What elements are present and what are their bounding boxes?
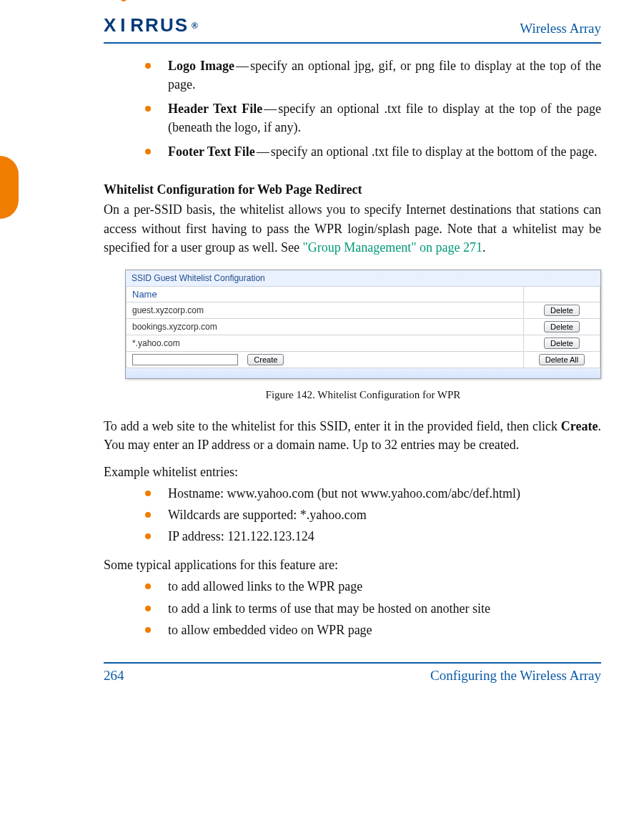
brand-logo: X I RRUS ®: [104, 14, 198, 36]
column-header-actions: [524, 286, 600, 302]
logo-dot-icon: I: [120, 14, 127, 36]
app-text: to add allowed links to the WPR page: [168, 579, 362, 593]
delete-button[interactable]: Delete: [544, 337, 580, 349]
whitelist-config-screenshot: SSID Guest Whitelist Configuration Name …: [125, 270, 601, 379]
column-header-name: Name: [127, 286, 524, 302]
document-title: Wireless Array: [520, 21, 601, 36]
option-desc: specify an optional .txt file to display…: [271, 144, 598, 159]
list-item: to add a link to terms of use that may b…: [104, 599, 601, 621]
section-heading: Whitelist Configuration for Web Page Red…: [104, 182, 601, 197]
logo-letter: X: [104, 14, 117, 36]
list-item: Header Text File—specify an optional .tx…: [104, 99, 601, 142]
table-row: bookings.xyzcorp.com Delete: [127, 318, 600, 335]
list-item: to add allowed links to the WPR page: [104, 577, 601, 598]
footer-section-title: Configuring the Wireless Array: [430, 668, 601, 684]
separator: —: [262, 99, 278, 118]
separator: —: [234, 56, 250, 75]
delete-button[interactable]: Delete: [544, 321, 580, 332]
figure-caption: Figure 142. Whitelist Configuration for …: [125, 389, 601, 401]
registered-mark: ®: [192, 21, 198, 31]
page-number: 264: [104, 668, 124, 684]
example-text: Hostname: www.yahoo.com (but not www.yah…: [168, 486, 520, 501]
body-paragraph: To add a web site to the whitelist for t…: [104, 417, 601, 454]
examples-intro: Example whitelist entries:: [104, 463, 601, 481]
table-create-row: Create Delete All: [127, 351, 600, 368]
delete-all-button[interactable]: Delete All: [539, 354, 585, 365]
whitelist-entry: bookings.xyzcorp.com: [127, 318, 524, 335]
example-text: Wildcards are supported: *.yahoo.com: [168, 508, 367, 522]
app-text: to allow embedded video on WPR page: [168, 623, 372, 637]
whitelist-entry: *.yahoo.com: [127, 335, 524, 351]
section-paragraph: On a per-SSID basis, the whitelist allow…: [104, 200, 601, 256]
option-title: Footer Text File: [168, 144, 255, 159]
cross-reference-link[interactable]: "Group Management" on page 271: [302, 240, 482, 255]
table-header-row: Name: [127, 286, 600, 302]
page-header: X I RRUS ® Wireless Array: [104, 14, 601, 41]
list-item: Wildcards are supported: *.yahoo.com: [104, 506, 601, 527]
list-item: to allow embedded video on WPR page: [104, 621, 601, 642]
create-button[interactable]: Create: [247, 354, 284, 365]
option-title: Header Text File: [168, 102, 262, 116]
new-entry-input[interactable]: [132, 354, 238, 365]
table-row: *.yahoo.com Delete: [127, 335, 600, 351]
options-list: Logo Image—specify an optional jpg, gif,…: [104, 56, 601, 167]
figure-container: SSID Guest Whitelist Configuration Name …: [125, 270, 601, 401]
list-item: Hostname: www.yahoo.com (but not www.yah…: [104, 484, 601, 506]
logo-rest: RRUS: [130, 14, 189, 36]
applications-list: to add allowed links to the WPR page to …: [104, 577, 601, 641]
create-keyword: Create: [561, 419, 598, 433]
list-item: Footer Text File—specify an optional .tx…: [104, 142, 601, 167]
whitelist-table: Name guest.xyzcorp.com Delete bookings.x…: [126, 286, 600, 368]
table-row: guest.xyzcorp.com Delete: [127, 302, 600, 318]
page-footer: 264 Configuring the Wireless Array: [104, 664, 601, 701]
panel-title: SSID Guest Whitelist Configuration: [126, 270, 600, 286]
example-text: IP address: 121.122.123.124: [168, 529, 314, 543]
list-item: IP address: 121.122.123.124: [104, 527, 601, 548]
delete-button[interactable]: Delete: [544, 305, 580, 316]
list-item: Logo Image—specify an optional jpg, gif,…: [104, 56, 601, 99]
panel-footer-bar: [126, 368, 600, 378]
para-text: To add a web site to the whitelist for t…: [104, 419, 561, 433]
thumb-tab-decor: [0, 156, 19, 219]
app-text: to add a link to terms of use that may b…: [168, 601, 490, 616]
header-rule: [104, 42, 601, 44]
separator: —: [255, 142, 271, 161]
applications-intro: Some typical applications for this featu…: [104, 556, 601, 574]
whitelist-entry: guest.xyzcorp.com: [127, 302, 524, 318]
examples-list: Hostname: www.yahoo.com (but not www.yah…: [104, 484, 601, 548]
option-title: Logo Image: [168, 59, 234, 73]
para-text: .: [482, 240, 486, 255]
